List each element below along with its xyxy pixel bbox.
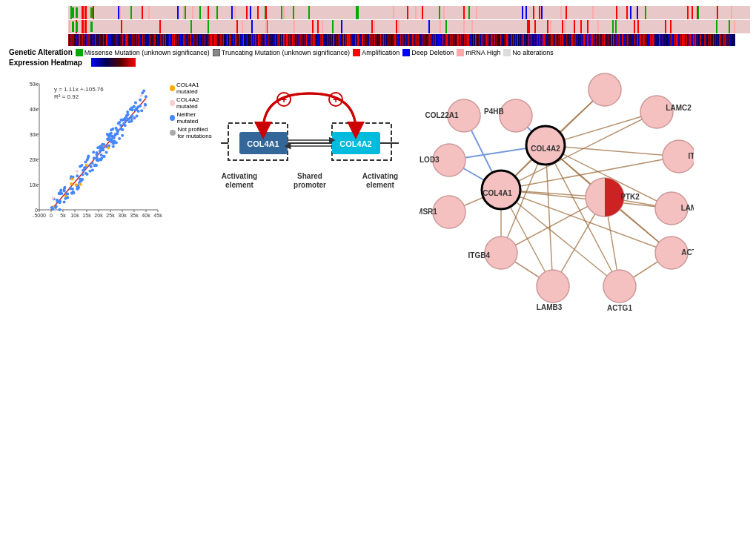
onco-bar-col4a1 — [68, 6, 750, 19]
legend-mrna-high-label: mRNA High — [465, 49, 500, 56]
legend-missense: Missense Mutation (unknown significance) — [76, 49, 210, 56]
svg-point-61 — [588, 73, 621, 106]
legend-col4a2-mut: COL4A2 mutated — [170, 96, 213, 110]
onco-row-col4a1 — [9, 6, 750, 19]
svg-text:PTK2: PTK2 — [620, 193, 640, 201]
svg-point-59 — [500, 99, 532, 132]
diagram-c-svg: COL4A1 COL4A2 — [221, 71, 399, 219]
svg-text:+: + — [281, 93, 287, 105]
svg-text:COL4A2: COL4A2 — [339, 139, 371, 148]
legend-truncating-label: Truncating Mutation (unknown significanc… — [222, 49, 350, 56]
svg-text:COL4A1: COL4A1 — [483, 189, 512, 197]
legend-no-alt-label: No alterations — [512, 49, 554, 56]
legend-truncating: Truncating Mutation (unknown significanc… — [213, 49, 350, 56]
svg-point-73 — [537, 270, 569, 303]
legend-neither-mut: Neither mutated — [170, 111, 213, 125]
svg-text:ACTG1: ACTG1 — [607, 304, 632, 312]
svg-text:PLOD3: PLOD3 — [420, 156, 440, 164]
svg-text:COL4A1: COL4A1 — [247, 139, 279, 148]
svg-text:P4HB: P4HB — [484, 108, 504, 116]
network-svg: COL4A2COL4A1PTK2P4HBCOLGALT2LAMC2ITGA10L… — [420, 71, 694, 338]
svg-text:LAMB3: LAMB3 — [537, 303, 563, 311]
svg-text:Shared: Shared — [297, 172, 322, 180]
svg-text:element: element — [366, 181, 394, 189]
y-axis-label — [7, 73, 16, 230]
svg-text:ACTN2: ACTN2 — [681, 248, 694, 257]
section-a: Genetic Alteration Missense Mutation (un… — [6, 6, 750, 67]
svg-point-63 — [640, 96, 673, 128]
legend-not-profiled: Not profiledfor mutations — [170, 126, 213, 139]
expr-heatmap-legend: Expression Heatmap — [9, 58, 750, 67]
scatter-legend: COL4A1 mutated COL4A2 mutated Neither mu… — [167, 73, 213, 230]
legend-amplification-label: Amplification — [362, 49, 399, 56]
section-c: COL4A1 COL4A2 — [219, 71, 412, 536]
svg-text:COL22A1: COL22A1 — [425, 111, 458, 119]
svg-text:promoter: promoter — [294, 181, 326, 189]
svg-text:LAMC1: LAMC1 — [681, 204, 694, 212]
genetic-alteration-text: Genetic Alteration — [9, 48, 73, 56]
bottom-row: COL4A1 mutated COL4A2 mutated Neither mu… — [6, 71, 750, 536]
legend-amplification: Amplification — [353, 49, 399, 56]
svg-text:COL4A2: COL4A2 — [531, 145, 560, 153]
svg-text:ITGB4: ITGB4 — [468, 251, 491, 260]
svg-text:Activating: Activating — [222, 172, 257, 180]
svg-point-71 — [603, 270, 636, 303]
svg-text:ITGA10: ITGA10 — [688, 152, 694, 160]
scatter-plot — [17, 73, 165, 228]
main-container: Genetic Alteration Missense Mutation (un… — [0, 0, 756, 542]
svg-text:LAMC2: LAMC2 — [666, 104, 692, 112]
svg-text:Activating: Activating — [362, 172, 398, 180]
svg-text:element: element — [225, 181, 253, 189]
expr-heatmap-text: Expression Heatmap — [9, 59, 82, 67]
heatmap-bar — [68, 34, 750, 46]
onco-bar-col4a2 — [68, 20, 750, 33]
legend-mrna-high: mRNA High — [457, 49, 500, 56]
svg-text:+: + — [333, 93, 339, 105]
svg-line-35 — [546, 145, 553, 286]
onco-row-col4a2 — [9, 20, 750, 33]
legend-deep-deletion: Deep Deletion — [402, 49, 454, 56]
legend-deep-deletion-label: Deep Deletion — [411, 49, 454, 56]
legend-missense-label: Missense Mutation (unknown significance) — [84, 49, 210, 56]
svg-text:MSR1: MSR1 — [420, 208, 437, 216]
heatmap-row-combined — [9, 34, 750, 46]
svg-point-77 — [433, 196, 465, 228]
legend-no-alt: No alterations — [503, 49, 554, 56]
legend-col4a1-mut: COL4A1 mutated — [170, 82, 213, 95]
section-d: COL4A2COL4A1PTK2P4HBCOLGALT2LAMC2ITGA10L… — [418, 71, 750, 536]
expr-gradient — [91, 58, 136, 67]
section-b: COL4A1 mutated COL4A2 mutated Neither mu… — [6, 71, 213, 536]
alteration-legend: Genetic Alteration Missense Mutation (un… — [9, 48, 750, 56]
